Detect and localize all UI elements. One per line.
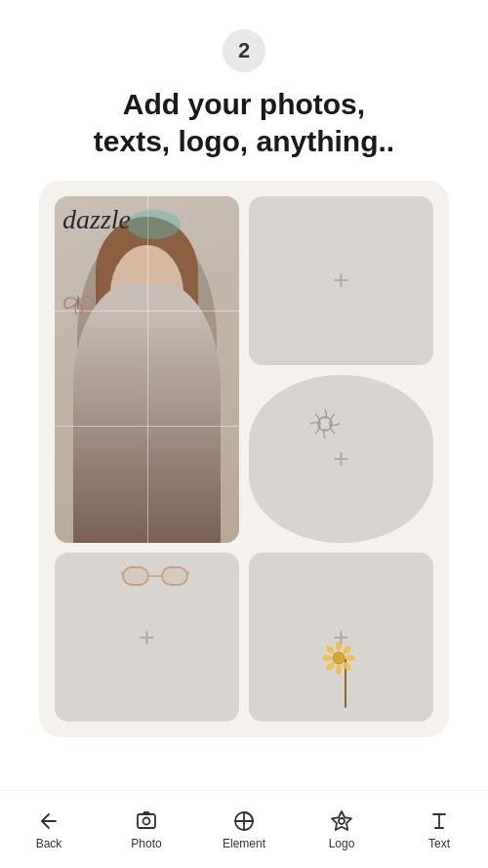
nav-element[interactable]: Element (215, 809, 273, 850)
canvas-area: dazzle (39, 181, 449, 737)
add-icon-mid-right: + (333, 445, 348, 473)
text-icon (427, 809, 451, 833)
logo-icon (330, 809, 353, 833)
mid-right-cell[interactable]: + (249, 375, 433, 544)
photo-icon (135, 809, 158, 833)
person-photo (55, 196, 239, 543)
svg-point-22 (339, 818, 345, 824)
nav-photo[interactable]: Photo (117, 809, 176, 850)
svg-rect-17 (138, 814, 155, 828)
headline-line2: texts, logo, anything.. (94, 125, 394, 157)
svg-point-18 (143, 817, 150, 824)
back-arrow-icon (37, 809, 61, 833)
bot-left-cell[interactable]: + (55, 553, 239, 722)
sunflower-stem-deco (345, 659, 346, 708)
bottom-nav: Back Photo Element Logo Text (0, 790, 488, 868)
nav-text-label: Text (428, 837, 450, 850)
nav-back[interactable]: Back (20, 809, 78, 850)
main-photo-cell[interactable] (55, 196, 239, 543)
canvas-grid: + + + + (55, 196, 433, 722)
nav-element-label: Element (223, 837, 265, 850)
nav-text[interactable]: Text (410, 809, 468, 850)
headline: Add your photos, texts, logo, anything.. (64, 86, 424, 159)
teal-blob-deco (127, 210, 181, 239)
step-badge: 2 (223, 29, 265, 72)
nav-logo[interactable]: Logo (312, 809, 371, 850)
add-icon-bot-right: + (333, 624, 348, 651)
nav-photo-label: Photo (131, 837, 161, 850)
top-right-cell[interactable]: + (249, 196, 433, 365)
add-icon-bot-left: + (139, 624, 154, 651)
add-icon-top-right: + (333, 267, 348, 294)
nav-back-label: Back (36, 837, 62, 850)
element-icon (232, 809, 256, 833)
headline-line1: Add your photos, (123, 88, 365, 120)
step-number: 2 (238, 38, 250, 63)
nav-logo-label: Logo (329, 837, 355, 850)
bot-right-cell[interactable]: + (249, 553, 433, 722)
person-body (73, 283, 221, 543)
